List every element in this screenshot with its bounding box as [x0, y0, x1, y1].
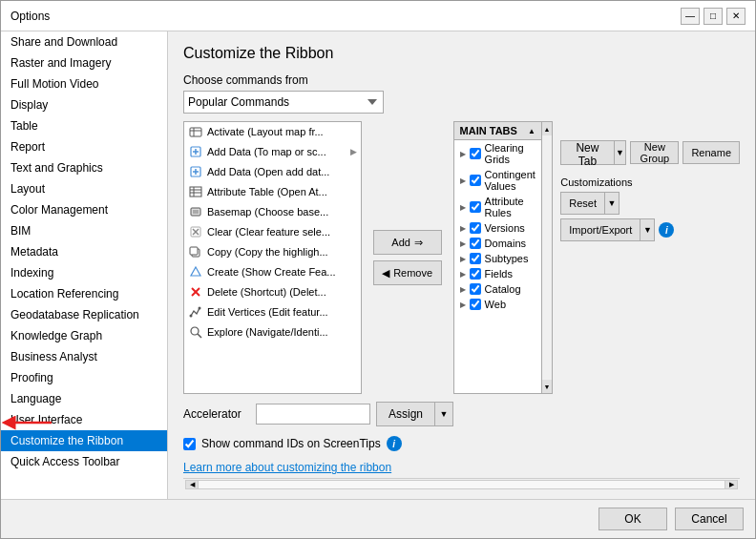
sidebar-item-userinterface[interactable]: User Interface [1, 409, 167, 430]
sidebar-item-geodbreplication[interactable]: Geodatabase Replication [1, 304, 167, 325]
tree-checkbox[interactable] [470, 175, 481, 186]
sidebar-item-metadata[interactable]: Metadata [1, 241, 167, 262]
import-export-button[interactable]: Import/Export [560, 218, 640, 241]
maximize-button[interactable]: □ [704, 8, 723, 25]
close-button[interactable]: ✕ [726, 8, 746, 25]
chevron-icon: ▶ [460, 285, 466, 294]
explore-icon [188, 324, 203, 340]
show-ids-checkbox[interactable] [183, 438, 196, 450]
tree-item[interactable]: ▶ Contingent Values [454, 167, 541, 194]
assign-button[interactable]: Assign [376, 402, 434, 426]
list-item[interactable]: Add Data (To map or sc... ▶ [184, 142, 361, 162]
assign-button-group: Assign ▼ [376, 402, 453, 426]
scroll-left-button[interactable]: ◀ [185, 480, 199, 489]
new-tab-dropdown[interactable]: ▼ [614, 140, 627, 165]
tree-checkbox[interactable] [470, 299, 481, 310]
accelerator-row: Accelerator Assign ▼ [183, 402, 740, 426]
chevron-icon: ▶ [460, 270, 466, 279]
sidebar-item-report[interactable]: Report [1, 136, 167, 157]
remove-label: Remove [393, 267, 432, 279]
list-item[interactable]: Basemap (Choose base... [184, 202, 361, 222]
tree-item[interactable]: ▶ Web [454, 297, 541, 312]
title-bar: Options — □ ✕ [1, 1, 755, 31]
info-icon[interactable]: i [659, 222, 674, 238]
remove-button[interactable]: ◀ Remove [373, 260, 442, 285]
scroll-right-button[interactable]: ▶ [724, 480, 738, 489]
chevron-icon: ▶ [460, 239, 466, 248]
new-group-button[interactable]: New Group [630, 141, 679, 164]
tree-item[interactable]: ▶ Catalog [454, 281, 541, 297]
panel-title: Customize the Ribbon [183, 45, 740, 62]
sidebar-item-customizeribbon[interactable]: Customize the Ribbon [1, 430, 167, 451]
delete-icon [188, 284, 203, 300]
map-icon [188, 124, 203, 139]
list-item[interactable]: Edit Vertices (Edit featur... [184, 302, 361, 322]
scroll-track-horizontal[interactable] [199, 480, 724, 489]
info-icon-2[interactable]: i [387, 436, 402, 451]
tree-sort-icon[interactable]: ▲ [528, 127, 536, 135]
list-item[interactable]: Delete (Shortcut) (Delet... [184, 282, 361, 302]
list-item[interactable]: Create (Show Create Fea... [184, 262, 361, 282]
remove-arrow-icon: ◀ [382, 267, 389, 280]
scroll-up-button[interactable]: ▲ [542, 122, 552, 135]
tree-checkbox[interactable] [470, 238, 481, 249]
sidebar-item-colormanagement[interactable]: Color Management [1, 199, 167, 220]
tree-checkbox[interactable] [470, 201, 481, 213]
tree-checkbox[interactable] [470, 268, 481, 280]
sidebar-item-language[interactable]: Language [1, 388, 167, 409]
tree-item[interactable]: ▶ Versions [454, 220, 541, 236]
reset-row: Reset ▼ [560, 192, 740, 215]
reset-button[interactable]: Reset [560, 192, 604, 215]
sidebar-item-knowledgegraph[interactable]: Knowledge Graph [1, 325, 167, 346]
tree-checkbox[interactable] [470, 283, 481, 295]
choose-commands-dropdown[interactable]: Popular Commands [183, 91, 384, 114]
tree-list[interactable]: ▶ Clearing Grids ▶ Contingent Values ▶ [453, 139, 542, 394]
svg-point-25 [191, 327, 199, 335]
cancel-button[interactable]: Cancel [675, 508, 744, 530]
create-icon [188, 264, 203, 280]
sidebar-item-indexing[interactable]: Indexing [1, 262, 167, 283]
new-tab-button[interactable]: New Tab [560, 140, 613, 165]
tree-item[interactable]: ▶ Attribute Rules [454, 194, 541, 220]
tree-item[interactable]: ▶ Subtypes [454, 251, 541, 266]
sidebar-item-fullmotion[interactable]: Full Motion Video [1, 73, 167, 94]
scroll-down-button[interactable]: ▼ [542, 380, 552, 393]
tree-checkbox[interactable] [470, 222, 481, 234]
sidebar-item-layout[interactable]: Layout [1, 178, 167, 199]
list-item[interactable]: Clear (Clear feature sele... [184, 222, 361, 242]
chevron-icon: ▶ [460, 203, 466, 212]
sidebar-item-locationref[interactable]: Location Referencing [1, 283, 167, 304]
tree-checkbox[interactable] [470, 148, 481, 159]
ok-button[interactable]: OK [598, 508, 667, 530]
sidebar-item-display[interactable]: Display [1, 94, 167, 115]
commands-list[interactable]: Activate (Layout map fr... Add Data (To … [183, 121, 362, 394]
rename-button[interactable]: Rename [682, 141, 740, 164]
tree-item[interactable]: ▶ Clearing Grids [454, 140, 541, 167]
reset-dropdown[interactable]: ▼ [604, 192, 620, 215]
tree-checkbox[interactable] [470, 253, 481, 264]
list-item[interactable]: Copy (Copy the highligh... [184, 242, 361, 262]
list-item[interactable]: Add Data (Open add dat... [184, 162, 361, 182]
list-item[interactable]: Explore (Navigate/Identi... [184, 322, 361, 342]
sidebar-item-proofing[interactable]: Proofing [1, 367, 167, 388]
customizations-section: Customizations Reset ▼ Import/Export [560, 175, 740, 241]
edit-vertices-icon [188, 304, 203, 320]
tree-item[interactable]: ▶ Fields [454, 266, 541, 281]
sidebar-item-textgraphics[interactable]: Text and Graphics [1, 157, 167, 178]
learn-more-link[interactable]: Learn more about customizing the ribbon [183, 461, 740, 474]
assign-dropdown[interactable]: ▼ [434, 402, 453, 426]
minimize-button[interactable]: — [681, 8, 700, 25]
sidebar-item-quickaccess[interactable]: Quick Access Toolbar [1, 451, 167, 472]
sidebar-item-raster[interactable]: Raster and Imagery [1, 52, 167, 73]
accelerator-input[interactable] [256, 404, 370, 425]
sidebar-item-table[interactable]: Table [1, 115, 167, 136]
list-item[interactable]: Activate (Layout map fr... [184, 122, 361, 142]
tree-header: MAIN TABS ▲ [453, 121, 542, 139]
sidebar-item-share[interactable]: Share and Download [1, 31, 167, 52]
list-item[interactable]: Attribute Table (Open At... [184, 182, 361, 202]
sidebar-item-businessanalyst[interactable]: Business Analyst [1, 346, 167, 367]
add-button[interactable]: Add ⇒ [373, 230, 442, 255]
import-export-dropdown[interactable]: ▼ [640, 218, 655, 241]
tree-item[interactable]: ▶ Domains [454, 236, 541, 251]
sidebar-item-bim[interactable]: BIM [1, 220, 167, 241]
